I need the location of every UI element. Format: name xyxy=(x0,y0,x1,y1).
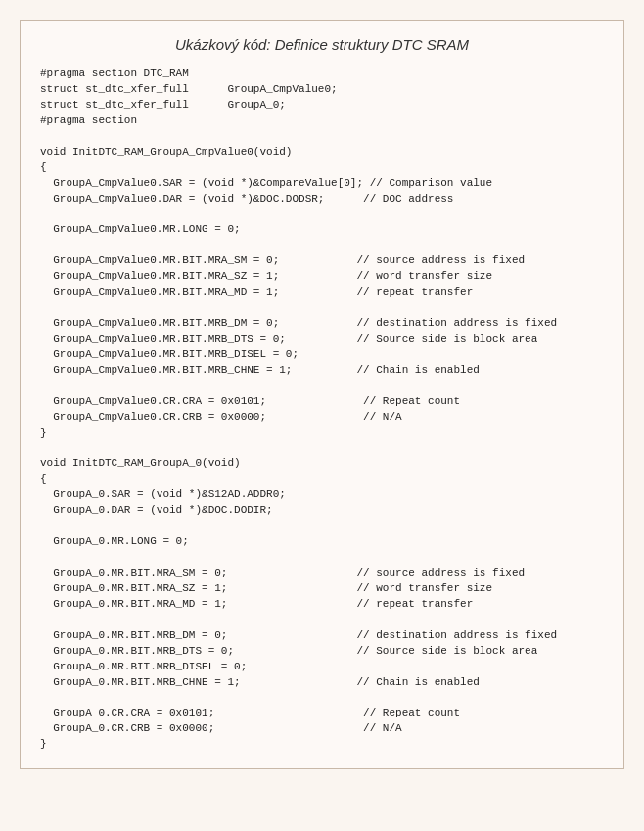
code-block: #pragma section DTC_RAM struct st_dtc_xf… xyxy=(40,67,604,753)
code-box: Ukázkový kód: Definice struktury DTC SRA… xyxy=(20,20,624,769)
page-container: Ukázkový kód: Definice struktury DTC SRA… xyxy=(0,0,644,831)
code-title: Ukázkový kód: Definice struktury DTC SRA… xyxy=(40,36,604,53)
